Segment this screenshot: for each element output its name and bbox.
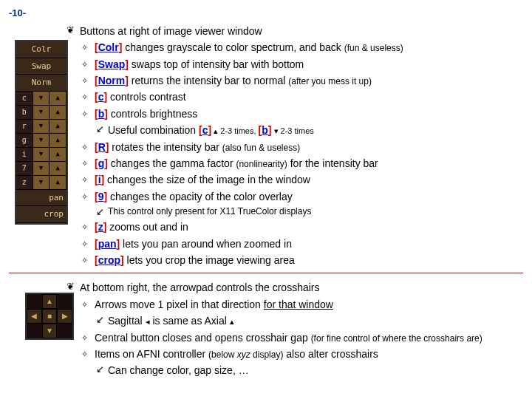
tb-down7: ▼ — [33, 176, 50, 189]
toolbar-screenshot: Colr Swap Norm c▼▲ b▼▲ r▼▲ g▼▲ i▼▲ 7▼▲ z… — [15, 40, 68, 225]
tb-crop: crop — [16, 206, 66, 223]
section1-title: Buttons at right of image viewer window — [66, 23, 523, 39]
combo-line: Useful combination [c] ▴ 2-3 times, [b] … — [66, 122, 523, 138]
tb-7: 7 — [16, 162, 33, 175]
tb-up5: ▲ — [50, 148, 66, 161]
tb-c: c — [16, 92, 33, 105]
tb-up7: ▲ — [50, 176, 66, 189]
tb-up3: ▲ — [50, 120, 66, 133]
tb-swap: Swap — [16, 58, 66, 75]
afni-line: Items on AFNI controller (below xyz disp… — [66, 346, 523, 362]
sagittal-line: Sagittal ◂ is same as Axial ▴ — [66, 313, 523, 329]
tb-down: ▼ — [33, 92, 50, 105]
central-line: Central button closes and opens crosshai… — [66, 330, 523, 346]
tb-down3: ▼ — [33, 120, 50, 133]
tb-down2: ▼ — [33, 106, 50, 119]
tb-pan: pan — [16, 190, 66, 207]
page-number: -10- — [9, 6, 523, 21]
item-crop: [crop] lets you crop the image viewing a… — [66, 252, 523, 268]
tb-b: b — [16, 106, 33, 119]
tb-up6: ▲ — [50, 162, 66, 175]
change-line: Can change color, gap size, … — [66, 362, 523, 378]
item-norm: [Norm] returns the intensity bar to norm… — [66, 72, 523, 89]
item-r: [R] rotates the intensity bar (also fun … — [66, 139, 523, 155]
item-c: [c] controls contrast — [66, 89, 523, 105]
divider — [9, 273, 523, 273]
tb-down5: ▼ — [33, 148, 50, 161]
ap-up: ▲ — [42, 294, 58, 309]
tb-up4: ▲ — [50, 134, 66, 147]
tb-r: r — [16, 120, 33, 133]
tb-up2: ▲ — [50, 106, 66, 119]
item-swap: [Swap] swaps top of intensity bar with b… — [66, 56, 523, 72]
x11-note: This control only present for X11 TrueCo… — [66, 205, 523, 219]
item-pan: [pan] lets you pan around when zoomed in — [66, 236, 523, 252]
tb-norm: Norm — [16, 75, 66, 92]
arrow-line: Arrows move 1 pixel in that direction fo… — [66, 296, 523, 313]
tb-down6: ▼ — [33, 162, 50, 175]
item-9: [9] changes the opacity of the color ove… — [66, 188, 523, 205]
item-g: [g] changes the gamma factor (nonlineari… — [66, 155, 523, 171]
ap-down: ▼ — [42, 324, 58, 338]
item-colr: [Colr] changes grayscale to color spectr… — [66, 39, 523, 55]
tb-i: i — [16, 148, 33, 161]
tb-g: g — [16, 134, 33, 147]
tb-colr: Colr — [16, 41, 66, 58]
ap-center: ■ — [42, 309, 58, 324]
item-z: [z] zooms out and in — [66, 219, 523, 235]
tb-up: ▲ — [50, 92, 66, 105]
item-i: [i] changes the size of the image in the… — [66, 171, 523, 188]
ap-left: ◀ — [27, 309, 42, 324]
item-b: [b] controls brightness — [66, 106, 523, 122]
tb-z: z — [16, 176, 33, 189]
section2-title: At bottom right, the arrowpad controls t… — [66, 279, 523, 296]
tb-down4: ▼ — [33, 134, 50, 147]
